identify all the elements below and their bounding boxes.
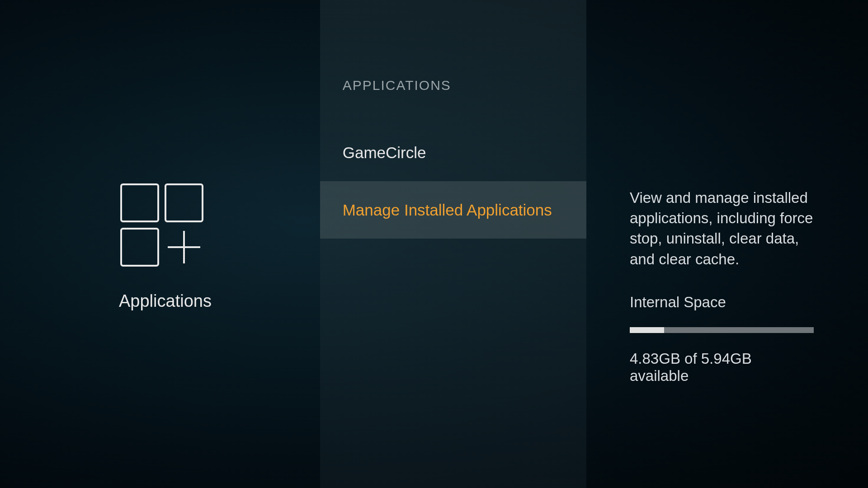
- storage-progress-bar: [630, 327, 814, 333]
- apps-grid-icon: [119, 182, 205, 270]
- svg-rect-0: [121, 184, 158, 221]
- svg-rect-2: [121, 229, 158, 266]
- item-description: View and manage installed applications, …: [630, 188, 814, 269]
- menu-item-manage-installed-applications[interactable]: Manage Installed Applications: [320, 181, 586, 239]
- storage-available-text: 4.83GB of 5.94GB available: [630, 350, 814, 385]
- category-panel: Applications: [0, 0, 320, 488]
- section-header: APPLICATIONS: [320, 78, 586, 93]
- category-title: Applications: [119, 291, 212, 311]
- menu-item-gamecircle[interactable]: GameCircle: [320, 124, 586, 181]
- menu-panel: APPLICATIONS GameCircle Manage Installed…: [320, 0, 586, 488]
- storage-label: Internal Space: [630, 294, 814, 311]
- storage-progress-fill: [630, 327, 664, 333]
- svg-rect-1: [165, 184, 203, 221]
- details-panel: View and manage installed applications, …: [586, 0, 868, 488]
